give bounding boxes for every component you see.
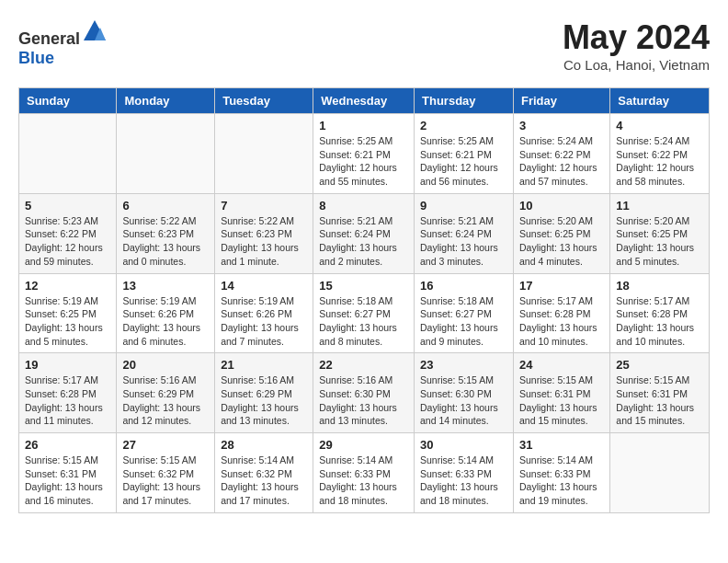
day-number: 21 — [221, 358, 307, 372]
weekday-header-thursday: Thursday — [415, 88, 514, 114]
day-number: 14 — [221, 279, 307, 293]
logo: General Blue — [18, 18, 108, 68]
calendar-cell: 18Sunrise: 5:17 AM Sunset: 6:28 PM Dayli… — [610, 273, 710, 353]
day-number: 28 — [221, 438, 307, 452]
location-subtitle: Co Loa, Hanoi, Vietnam — [563, 57, 710, 73]
day-info: Sunrise: 5:18 AM Sunset: 6:27 PM Dayligh… — [319, 294, 408, 349]
page-header: General Blue May 2024 Co Loa, Hanoi, Vie… — [18, 18, 710, 73]
calendar-cell: 3Sunrise: 5:24 AM Sunset: 6:22 PM Daylig… — [513, 114, 609, 194]
calendar-week-row: 26Sunrise: 5:15 AM Sunset: 6:31 PM Dayli… — [19, 433, 710, 513]
day-number: 13 — [122, 279, 209, 293]
day-info: Sunrise: 5:14 AM Sunset: 6:33 PM Dayligh… — [319, 454, 408, 508]
day-number: 24 — [519, 358, 604, 372]
calendar-cell: 9Sunrise: 5:21 AM Sunset: 6:24 PM Daylig… — [415, 193, 514, 273]
calendar-cell — [19, 114, 117, 194]
calendar-cell — [215, 114, 313, 194]
day-info: Sunrise: 5:16 AM Sunset: 6:29 PM Dayligh… — [221, 373, 307, 428]
calendar-cell: 5Sunrise: 5:23 AM Sunset: 6:22 PM Daylig… — [19, 193, 117, 273]
day-number: 20 — [122, 358, 209, 372]
day-number: 12 — [25, 279, 110, 293]
day-number: 29 — [319, 438, 408, 452]
day-info: Sunrise: 5:18 AM Sunset: 6:27 PM Dayligh… — [420, 294, 507, 349]
day-number: 6 — [122, 199, 209, 213]
day-number: 19 — [25, 358, 110, 372]
day-info: Sunrise: 5:25 AM Sunset: 6:21 PM Dayligh… — [319, 134, 408, 189]
day-info: Sunrise: 5:19 AM Sunset: 6:26 PM Dayligh… — [122, 294, 209, 349]
day-number: 15 — [319, 279, 408, 293]
day-number: 8 — [319, 199, 408, 213]
weekday-header-sunday: Sunday — [19, 88, 117, 114]
day-info: Sunrise: 5:15 AM Sunset: 6:31 PM Dayligh… — [25, 454, 110, 508]
calendar-cell: 26Sunrise: 5:15 AM Sunset: 6:31 PM Dayli… — [19, 433, 117, 513]
day-info: Sunrise: 5:22 AM Sunset: 6:23 PM Dayligh… — [122, 214, 209, 269]
day-number: 27 — [122, 438, 209, 452]
weekday-header-friday: Friday — [513, 88, 609, 114]
day-number: 17 — [519, 279, 604, 293]
calendar-cell — [610, 433, 710, 513]
calendar-cell: 28Sunrise: 5:14 AM Sunset: 6:32 PM Dayli… — [215, 433, 313, 513]
day-number: 10 — [519, 199, 604, 213]
calendar-cell: 25Sunrise: 5:15 AM Sunset: 6:31 PM Dayli… — [610, 353, 710, 433]
day-info: Sunrise: 5:14 AM Sunset: 6:33 PM Dayligh… — [420, 454, 507, 508]
day-number: 5 — [25, 199, 110, 213]
title-block: May 2024 Co Loa, Hanoi, Vietnam — [563, 18, 710, 73]
day-number: 11 — [616, 199, 703, 213]
calendar-week-row: 12Sunrise: 5:19 AM Sunset: 6:25 PM Dayli… — [19, 273, 710, 353]
day-info: Sunrise: 5:20 AM Sunset: 6:25 PM Dayligh… — [519, 214, 604, 269]
calendar-cell: 21Sunrise: 5:16 AM Sunset: 6:29 PM Dayli… — [215, 353, 313, 433]
calendar-cell: 7Sunrise: 5:22 AM Sunset: 6:23 PM Daylig… — [215, 193, 313, 273]
day-number: 16 — [420, 279, 507, 293]
calendar-cell: 12Sunrise: 5:19 AM Sunset: 6:25 PM Dayli… — [19, 273, 117, 353]
day-number: 22 — [319, 358, 408, 372]
day-number: 9 — [420, 199, 507, 213]
weekday-header-wednesday: Wednesday — [313, 88, 415, 114]
calendar-week-row: 1Sunrise: 5:25 AM Sunset: 6:21 PM Daylig… — [19, 114, 710, 194]
day-number: 18 — [616, 279, 703, 293]
day-number: 25 — [616, 358, 703, 372]
weekday-header-saturday: Saturday — [610, 88, 710, 114]
weekday-header-monday: Monday — [117, 88, 215, 114]
calendar-table: SundayMondayTuesdayWednesdayThursdayFrid… — [18, 87, 710, 513]
day-info: Sunrise: 5:16 AM Sunset: 6:30 PM Dayligh… — [319, 373, 408, 428]
calendar-cell: 10Sunrise: 5:20 AM Sunset: 6:25 PM Dayli… — [513, 193, 609, 273]
logo-blue: Blue — [18, 49, 54, 67]
calendar-cell — [117, 114, 215, 194]
day-number: 30 — [420, 438, 507, 452]
calendar-cell: 8Sunrise: 5:21 AM Sunset: 6:24 PM Daylig… — [313, 193, 415, 273]
day-info: Sunrise: 5:17 AM Sunset: 6:28 PM Dayligh… — [616, 294, 703, 349]
calendar-cell: 27Sunrise: 5:15 AM Sunset: 6:32 PM Dayli… — [117, 433, 215, 513]
calendar-cell: 2Sunrise: 5:25 AM Sunset: 6:21 PM Daylig… — [415, 114, 514, 194]
day-number: 1 — [319, 119, 408, 132]
calendar-cell: 1Sunrise: 5:25 AM Sunset: 6:21 PM Daylig… — [313, 114, 415, 194]
month-year-title: May 2024 — [563, 18, 710, 57]
day-info: Sunrise: 5:20 AM Sunset: 6:25 PM Dayligh… — [616, 214, 703, 269]
calendar-week-row: 19Sunrise: 5:17 AM Sunset: 6:28 PM Dayli… — [19, 353, 710, 433]
logo-general: General — [18, 29, 80, 48]
day-info: Sunrise: 5:17 AM Sunset: 6:28 PM Dayligh… — [25, 373, 110, 428]
day-info: Sunrise: 5:23 AM Sunset: 6:22 PM Dayligh… — [25, 214, 110, 269]
day-info: Sunrise: 5:15 AM Sunset: 6:31 PM Dayligh… — [519, 373, 604, 428]
calendar-cell: 13Sunrise: 5:19 AM Sunset: 6:26 PM Dayli… — [117, 273, 215, 353]
day-info: Sunrise: 5:25 AM Sunset: 6:21 PM Dayligh… — [420, 134, 507, 189]
day-number: 31 — [519, 438, 604, 452]
calendar-cell: 24Sunrise: 5:15 AM Sunset: 6:31 PM Dayli… — [513, 353, 609, 433]
day-number: 7 — [221, 199, 307, 213]
day-info: Sunrise: 5:24 AM Sunset: 6:22 PM Dayligh… — [519, 134, 604, 189]
calendar-cell: 17Sunrise: 5:17 AM Sunset: 6:28 PM Dayli… — [513, 273, 609, 353]
calendar-cell: 11Sunrise: 5:20 AM Sunset: 6:25 PM Dayli… — [610, 193, 710, 273]
calendar-week-row: 5Sunrise: 5:23 AM Sunset: 6:22 PM Daylig… — [19, 193, 710, 273]
day-info: Sunrise: 5:24 AM Sunset: 6:22 PM Dayligh… — [616, 134, 703, 189]
day-info: Sunrise: 5:19 AM Sunset: 6:26 PM Dayligh… — [221, 294, 307, 349]
day-number: 4 — [616, 119, 703, 132]
calendar-cell: 6Sunrise: 5:22 AM Sunset: 6:23 PM Daylig… — [117, 193, 215, 273]
day-number: 3 — [519, 119, 604, 132]
weekday-header-row: SundayMondayTuesdayWednesdayThursdayFrid… — [19, 88, 710, 114]
day-info: Sunrise: 5:17 AM Sunset: 6:28 PM Dayligh… — [519, 294, 604, 349]
logo-icon — [82, 18, 108, 44]
calendar-cell: 4Sunrise: 5:24 AM Sunset: 6:22 PM Daylig… — [610, 114, 710, 194]
calendar-cell: 31Sunrise: 5:14 AM Sunset: 6:33 PM Dayli… — [513, 433, 609, 513]
day-info: Sunrise: 5:14 AM Sunset: 6:33 PM Dayligh… — [519, 454, 604, 508]
day-info: Sunrise: 5:15 AM Sunset: 6:30 PM Dayligh… — [420, 373, 507, 428]
calendar-cell: 23Sunrise: 5:15 AM Sunset: 6:30 PM Dayli… — [415, 353, 514, 433]
calendar-cell: 15Sunrise: 5:18 AM Sunset: 6:27 PM Dayli… — [313, 273, 415, 353]
